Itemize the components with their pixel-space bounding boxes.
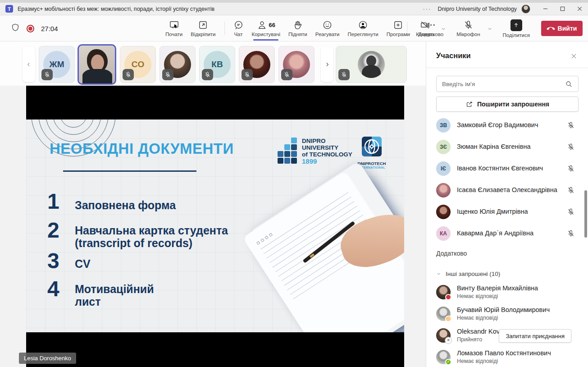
search-icon [565,80,573,88]
list-item: Мотиваційний лист [75,283,169,308]
invitee-row[interactable]: Винту Валерія Михайлівна Немає відповіді [426,281,588,303]
mic-off-badge [41,69,53,80]
camera-options-chevron[interactable] [438,20,452,33]
filmstrip-next-button[interactable] [321,47,333,82]
participant-tile[interactable] [239,46,275,83]
presenter-name-label: Lesia Doroshenko [19,353,76,364]
chat-icon [233,20,244,30]
avatar [436,183,451,197]
participant-row[interactable]: ІЄ Іванов Костянтин Євгенович [426,158,588,179]
minimize-button[interactable] [537,3,554,15]
avatar: ✓ [436,350,451,364]
meeting-timer: 27:04 [41,25,58,32]
more-section-label: Додатково [436,250,467,257]
open-new-window-icon [198,20,208,30]
mic-off-icon [567,165,575,174]
raise-hand-button[interactable]: Підняти [284,15,311,41]
list-number: 4 [47,278,59,300]
dniprotech-logo: DNIPROTECH INTERNATIONAL [357,135,387,169]
hangup-phone-icon [545,23,556,34]
video-filmstrip: ЖМ CO КВ [0,41,426,86]
request-join-button[interactable]: Запитати приєднання [499,329,571,343]
list-number: 2 [47,220,59,241]
panel-divider [426,68,588,68]
list-item: Навчальна картка студента (transcript of… [75,224,238,249]
panel-close-button[interactable] [568,50,579,61]
participant-tile[interactable]: CO [120,46,156,83]
mic-off-badge [202,69,213,80]
others-invited-toggle[interactable]: Інші запрошені (10) [436,271,500,277]
window-titlebar: T Еразмус+ мобільності без меж: можливос… [0,3,588,15]
status-no-answer-badge [445,294,451,300]
presentation-slide: НЕОБХІДНІ ДОКУМЕНТИ DNIPRO UNIVE [26,119,404,332]
camera-button[interactable]: Камера [412,20,438,37]
mic-off-badge [162,69,173,80]
start-presenting-button[interactable]: Почати [161,15,187,41]
avatar: ЗЄ [436,140,451,154]
mic-off-icon [567,208,575,218]
status-declined-badge: ✕ [445,337,451,344]
participant-tile[interactable] [278,46,315,83]
maximize-button[interactable] [554,3,571,15]
avatar [436,285,451,299]
dniprotech-globe-icon [360,135,383,158]
invitee-row[interactable]: ✕ Oleksandr Kovrov Прийнято Запитати при… [426,325,588,346]
panel-scrollbar[interactable] [584,190,587,238]
account-name: Dnipro University of Technology [438,6,517,12]
account-avatar[interactable] [521,5,530,14]
participant-row[interactable]: ЗЄ Зюман Каріна Євгенівна [426,136,588,158]
search-input[interactable] [437,81,565,87]
participants-count: 66 [269,22,275,28]
share-tray-icon [511,19,522,31]
share-invite-button[interactable]: Поширити запрошення [436,96,579,112]
shared-screen-stage: НЕОБХІДНІ ДОКУМЕНТИ DNIPRO UNIVE [0,86,426,367]
avatar: КА [436,226,451,241]
share-invite-icon [465,101,473,108]
view-button[interactable]: Переглянути [344,15,383,41]
status-accepted-badge: ✓ [445,359,451,365]
recording-indicator-icon [27,25,34,32]
avatar [358,51,385,78]
list-number: 1 [47,191,59,212]
chat-button[interactable]: Чат [229,15,248,41]
participant-row[interactable]: КА Каварма Дар`я Андріївна [426,223,588,244]
view-person-icon [358,20,368,30]
mic-options-chevron[interactable] [484,20,499,33]
participant-row[interactable]: Іщенко Юлія Дмитрівна [426,201,588,223]
people-button[interactable]: 66 Користувачі [248,15,284,41]
participant-tile[interactable] [160,46,196,83]
toolbar-divider [407,22,407,35]
speaker-video-tile[interactable] [77,44,116,85]
mic-off-icon [567,229,575,239]
letterbox-bottom [26,332,404,367]
mic-off-badge [242,69,253,80]
titlebar-more-icon[interactable]: ··· [423,5,431,12]
toolbar-divider [224,22,225,35]
mic-off-icon [567,143,575,153]
mic-button[interactable]: Мікрофон [452,20,484,37]
leave-button[interactable]: Вийти [541,21,583,36]
participant-row[interactable]: Ісаєва Єлизавета Олександрівна [426,179,588,201]
participant-row[interactable]: ЗВ Замковий Єгор Вадимович [426,115,588,136]
meeting-toolbar: 27:04 Почати Відкріпити Чат 66 Кори [0,15,588,41]
invitee-row[interactable]: Бучавий Юрій Володимирович Немає відпові… [426,303,588,325]
unpin-button[interactable]: Відкріпити [187,15,219,41]
share-button[interactable]: Поділитися [499,19,534,38]
people-icon [257,20,267,30]
participant-tile[interactable]: КВ [199,46,235,83]
participant-tile[interactable]: ЖМ [39,46,75,83]
smiley-icon [322,20,333,30]
participant-tile-wide[interactable] [336,46,407,83]
invitee-row[interactable]: ✓ Ломазов Павло Костянтинович Немає відп… [426,346,588,367]
avatar [436,307,451,321]
mic-off-icon [463,20,474,30]
react-button[interactable]: Реагувати [311,15,344,41]
camera-off-icon [420,20,430,30]
avatar: ✕ [436,328,451,343]
close-button[interactable] [571,3,588,15]
filmstrip-prev-button[interactable] [23,47,35,82]
present-screen-icon [169,20,179,30]
university-pixel-logo-icon [278,137,298,165]
raise-hand-icon [292,20,303,30]
mic-off-icon [567,186,575,196]
